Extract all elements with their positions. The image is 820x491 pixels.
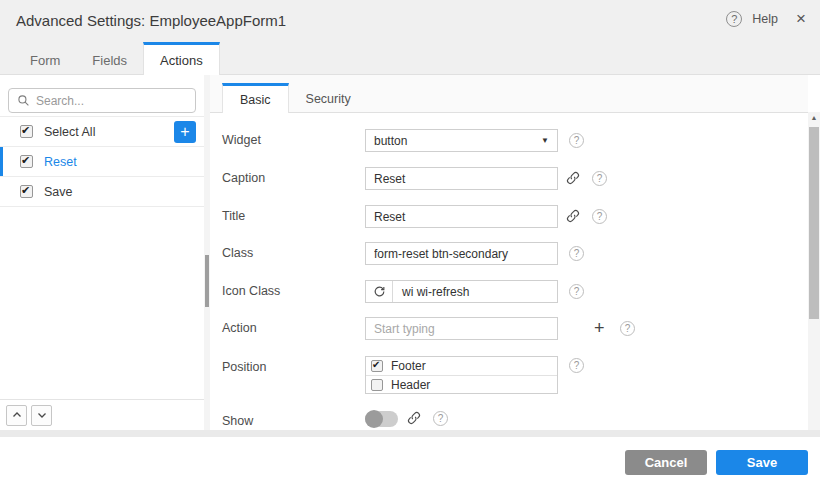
class-input[interactable]	[365, 242, 558, 265]
save-checkbox[interactable]	[20, 185, 33, 198]
scroll-up-icon[interactable]: ▲	[808, 112, 820, 124]
class-help-icon[interactable]: ?	[569, 246, 584, 261]
icon-class-value: wi wi-refresh	[393, 285, 469, 299]
tab-form[interactable]: Form	[14, 42, 76, 75]
scrollbar-thumb[interactable]	[809, 127, 819, 319]
move-down-button[interactable]	[31, 405, 52, 426]
position-option-header[interactable]: Header	[366, 375, 557, 393]
caption-label: Caption	[222, 167, 265, 190]
save-button[interactable]: Save	[716, 450, 808, 475]
icon-class-label: Icon Class	[222, 280, 280, 303]
reset-checkbox[interactable]	[20, 155, 33, 168]
icon-class-help-icon[interactable]: ?	[569, 284, 584, 299]
search-box[interactable]	[8, 88, 196, 113]
move-up-button[interactable]	[6, 405, 27, 426]
search-input[interactable]	[36, 94, 176, 108]
horizontal-scrollbar-track[interactable]	[0, 430, 820, 437]
position-option-label: Footer	[391, 359, 426, 373]
tab-actions[interactable]: Actions	[143, 42, 220, 75]
close-icon[interactable]: ×	[796, 11, 806, 27]
show-label: Show	[222, 410, 253, 432]
list-item-label: Reset	[44, 155, 77, 169]
search-icon	[17, 94, 30, 107]
footer-checkbox[interactable]	[371, 360, 383, 372]
settings-scrollbar[interactable]: ▲ ▼	[808, 112, 820, 438]
toggle-knob	[365, 410, 383, 428]
select-all-row[interactable]: Select All +	[0, 117, 204, 147]
settings-tab-bar: Basic Security	[210, 75, 808, 113]
dialog-title: Advanced Settings: EmployeeAppForm1	[16, 12, 286, 29]
position-label: Position	[222, 356, 266, 379]
refresh-icon	[366, 281, 393, 302]
action-settings-panel: Basic Security Widget button ▼ ? Caption	[210, 75, 808, 430]
action-input[interactable]	[365, 317, 558, 340]
icon-class-field[interactable]: wi wi-refresh	[365, 280, 558, 303]
dialog-footer: Cancel Save	[0, 437, 820, 491]
caption-bind-icon[interactable]	[565, 170, 581, 186]
left-scrollbar-thumb[interactable]	[205, 255, 209, 307]
action-list: Select All + Reset Save	[0, 116, 204, 207]
title-bind-icon[interactable]	[565, 208, 581, 224]
position-option-footer[interactable]: Footer	[366, 357, 557, 375]
class-label: Class	[222, 242, 253, 265]
widget-label: Widget	[222, 129, 261, 152]
caption-help-icon[interactable]: ?	[592, 171, 607, 186]
dialog-header: Advanced Settings: EmployeeAppForm1 ? He…	[0, 0, 820, 42]
cancel-button[interactable]: Cancel	[625, 450, 707, 475]
advanced-settings-dialog: Advanced Settings: EmployeeAppForm1 ? He…	[0, 0, 820, 491]
tab-fields[interactable]: Fields	[76, 42, 143, 75]
main-tab-bar: Form Fields Actions	[0, 42, 820, 75]
help-icon[interactable]: ?	[726, 11, 742, 27]
title-input[interactable]	[365, 205, 558, 228]
help-link[interactable]: Help	[752, 12, 778, 26]
widget-help-icon[interactable]: ?	[569, 133, 584, 148]
title-label: Title	[222, 205, 245, 228]
position-options: Footer Header	[365, 356, 558, 394]
select-all-checkbox[interactable]	[20, 125, 33, 138]
header-checkbox[interactable]	[371, 379, 383, 391]
settings-form: Widget button ▼ ? Caption ? Title	[210, 113, 808, 430]
position-option-label: Header	[391, 378, 430, 392]
title-help-icon[interactable]: ?	[592, 209, 607, 224]
reorder-controls	[0, 399, 204, 430]
action-help-icon[interactable]: ?	[620, 321, 635, 336]
list-item-label: Save	[44, 185, 73, 199]
list-item-reset[interactable]: Reset	[0, 147, 204, 177]
select-all-label: Select All	[44, 125, 95, 139]
position-help-icon[interactable]: ?	[569, 358, 584, 373]
caption-input[interactable]	[365, 167, 558, 190]
show-toggle[interactable]	[365, 411, 398, 427]
show-help-icon[interactable]: ?	[433, 411, 448, 426]
show-bind-icon[interactable]	[406, 410, 422, 426]
tab-security[interactable]: Security	[289, 83, 368, 112]
add-action-button[interactable]: +	[174, 121, 196, 143]
actions-list-panel: Select All + Reset Save	[0, 75, 204, 430]
add-action-value-icon[interactable]: +	[594, 320, 605, 336]
list-item-save[interactable]: Save	[0, 177, 204, 207]
widget-select[interactable]: button ▼	[365, 129, 558, 152]
widget-select-value: button	[374, 134, 407, 148]
chevron-down-icon: ▼	[541, 136, 549, 145]
tab-basic[interactable]: Basic	[222, 83, 289, 113]
action-label: Action	[222, 317, 257, 340]
